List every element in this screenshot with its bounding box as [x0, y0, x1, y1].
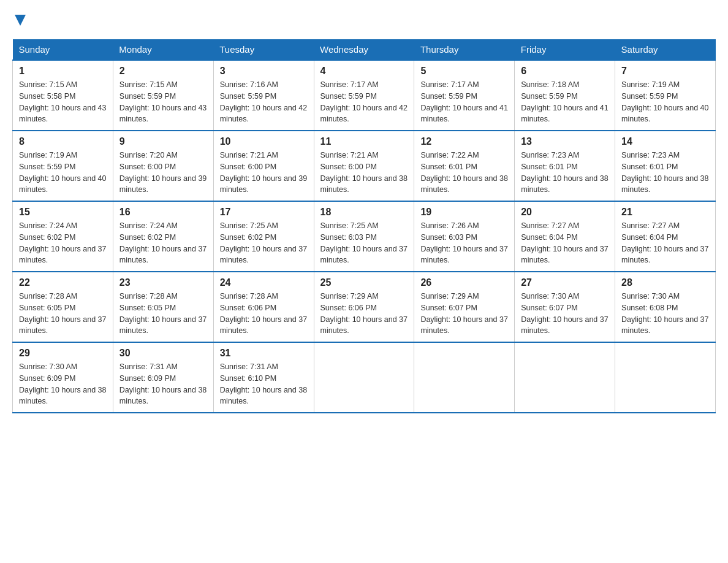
calendar-day-cell: 26Sunrise: 7:29 AMSunset: 6:07 PMDayligh…: [414, 272, 515, 342]
day-number: 5: [420, 66, 508, 77]
day-info: Sunrise: 7:21 AMSunset: 6:00 PMDaylight:…: [320, 150, 408, 196]
day-info: Sunrise: 7:19 AMSunset: 5:59 PMDaylight:…: [19, 150, 107, 196]
day-number: 1: [19, 66, 107, 77]
calendar-day-cell: 20Sunrise: 7:27 AMSunset: 6:04 PMDayligh…: [515, 201, 615, 272]
day-number: 28: [621, 277, 709, 288]
day-number: 4: [320, 66, 408, 77]
calendar-day-cell: 10Sunrise: 7:21 AMSunset: 6:00 PMDayligh…: [213, 131, 314, 201]
calendar-week-row: 15Sunrise: 7:24 AMSunset: 6:02 PMDayligh…: [13, 201, 716, 272]
day-info: Sunrise: 7:15 AMSunset: 5:58 PMDaylight:…: [19, 79, 107, 125]
day-info: Sunrise: 7:23 AMSunset: 6:01 PMDaylight:…: [521, 150, 609, 196]
page-header: [12, 12, 716, 27]
day-info: Sunrise: 7:20 AMSunset: 6:00 PMDaylight:…: [119, 150, 207, 196]
calendar-day-cell: 29Sunrise: 7:30 AMSunset: 6:09 PMDayligh…: [13, 342, 113, 413]
day-number: 31: [220, 348, 308, 359]
day-info: Sunrise: 7:25 AMSunset: 6:03 PMDaylight:…: [320, 220, 408, 266]
day-of-week-header: Thursday: [414, 39, 515, 60]
calendar-week-row: 8Sunrise: 7:19 AMSunset: 5:59 PMDaylight…: [13, 131, 716, 201]
day-number: 15: [19, 207, 107, 218]
day-of-week-header: Friday: [515, 39, 615, 60]
day-info: Sunrise: 7:28 AMSunset: 6:06 PMDaylight:…: [220, 291, 308, 337]
day-number: 27: [521, 277, 609, 288]
calendar-day-cell: 22Sunrise: 7:28 AMSunset: 6:05 PMDayligh…: [13, 272, 113, 342]
calendar-day-cell: 13Sunrise: 7:23 AMSunset: 6:01 PMDayligh…: [515, 131, 615, 201]
day-info: Sunrise: 7:16 AMSunset: 5:59 PMDaylight:…: [220, 79, 308, 125]
day-number: 18: [320, 207, 408, 218]
calendar-day-cell: 27Sunrise: 7:30 AMSunset: 6:07 PMDayligh…: [515, 272, 615, 342]
calendar-day-cell: 11Sunrise: 7:21 AMSunset: 6:00 PMDayligh…: [314, 131, 414, 201]
calendar-week-row: 1Sunrise: 7:15 AMSunset: 5:58 PMDaylight…: [13, 60, 716, 131]
day-info: Sunrise: 7:26 AMSunset: 6:03 PMDaylight:…: [420, 220, 508, 266]
calendar-day-cell: 9Sunrise: 7:20 AMSunset: 6:00 PMDaylight…: [113, 131, 213, 201]
day-number: 17: [220, 207, 308, 218]
calendar-table: SundayMondayTuesdayWednesdayThursdayFrid…: [12, 39, 716, 413]
calendar-day-cell: 21Sunrise: 7:27 AMSunset: 6:04 PMDayligh…: [615, 201, 716, 272]
day-info: Sunrise: 7:29 AMSunset: 6:07 PMDaylight:…: [420, 291, 508, 337]
calendar-day-cell: 16Sunrise: 7:24 AMSunset: 6:02 PMDayligh…: [113, 201, 213, 272]
calendar-day-cell: 15Sunrise: 7:24 AMSunset: 6:02 PMDayligh…: [13, 201, 113, 272]
day-number: 26: [420, 277, 508, 288]
calendar-day-cell: [314, 342, 414, 413]
svg-marker-0: [15, 15, 26, 26]
day-info: Sunrise: 7:18 AMSunset: 5:59 PMDaylight:…: [521, 79, 609, 125]
calendar-week-row: 29Sunrise: 7:30 AMSunset: 6:09 PMDayligh…: [13, 342, 716, 413]
calendar-day-cell: [414, 342, 515, 413]
day-number: 2: [119, 66, 207, 77]
calendar-day-cell: 24Sunrise: 7:28 AMSunset: 6:06 PMDayligh…: [213, 272, 314, 342]
day-of-week-header: Saturday: [615, 39, 716, 60]
calendar-day-cell: 4Sunrise: 7:17 AMSunset: 5:59 PMDaylight…: [314, 60, 414, 131]
day-info: Sunrise: 7:17 AMSunset: 5:59 PMDaylight:…: [420, 79, 508, 125]
calendar-day-cell: 23Sunrise: 7:28 AMSunset: 6:05 PMDayligh…: [113, 272, 213, 342]
calendar-header-row: SundayMondayTuesdayWednesdayThursdayFrid…: [13, 39, 716, 60]
calendar-day-cell: 14Sunrise: 7:23 AMSunset: 6:01 PMDayligh…: [615, 131, 716, 201]
day-info: Sunrise: 7:31 AMSunset: 6:10 PMDaylight:…: [220, 361, 308, 407]
day-number: 11: [320, 136, 408, 147]
day-of-week-header: Monday: [113, 39, 213, 60]
day-info: Sunrise: 7:27 AMSunset: 6:04 PMDaylight:…: [521, 220, 609, 266]
day-number: 14: [621, 136, 709, 147]
day-number: 24: [220, 277, 308, 288]
calendar-day-cell: 6Sunrise: 7:18 AMSunset: 5:59 PMDaylight…: [515, 60, 615, 131]
day-of-week-header: Tuesday: [213, 39, 314, 60]
calendar-day-cell: [615, 342, 716, 413]
calendar-day-cell: 17Sunrise: 7:25 AMSunset: 6:02 PMDayligh…: [213, 201, 314, 272]
calendar-day-cell: 28Sunrise: 7:30 AMSunset: 6:08 PMDayligh…: [615, 272, 716, 342]
calendar-day-cell: 7Sunrise: 7:19 AMSunset: 5:59 PMDaylight…: [615, 60, 716, 131]
day-info: Sunrise: 7:24 AMSunset: 6:02 PMDaylight:…: [119, 220, 207, 266]
calendar-day-cell: 12Sunrise: 7:22 AMSunset: 6:01 PMDayligh…: [414, 131, 515, 201]
day-number: 6: [521, 66, 609, 77]
calendar-day-cell: 1Sunrise: 7:15 AMSunset: 5:58 PMDaylight…: [13, 60, 113, 131]
day-number: 16: [119, 207, 207, 218]
day-info: Sunrise: 7:28 AMSunset: 6:05 PMDaylight:…: [119, 291, 207, 337]
day-number: 30: [119, 348, 207, 359]
day-info: Sunrise: 7:29 AMSunset: 6:06 PMDaylight:…: [320, 291, 408, 337]
calendar-day-cell: 30Sunrise: 7:31 AMSunset: 6:09 PMDayligh…: [113, 342, 213, 413]
day-number: 13: [521, 136, 609, 147]
calendar-week-row: 22Sunrise: 7:28 AMSunset: 6:05 PMDayligh…: [13, 272, 716, 342]
day-number: 29: [19, 348, 107, 359]
day-info: Sunrise: 7:30 AMSunset: 6:08 PMDaylight:…: [621, 291, 709, 337]
day-number: 22: [19, 277, 107, 288]
day-info: Sunrise: 7:24 AMSunset: 6:02 PMDaylight:…: [19, 220, 107, 266]
day-number: 19: [420, 207, 508, 218]
day-number: 10: [220, 136, 308, 147]
day-info: Sunrise: 7:31 AMSunset: 6:09 PMDaylight:…: [119, 361, 207, 407]
day-info: Sunrise: 7:21 AMSunset: 6:00 PMDaylight:…: [220, 150, 308, 196]
day-number: 25: [320, 277, 408, 288]
day-info: Sunrise: 7:17 AMSunset: 5:59 PMDaylight:…: [320, 79, 408, 125]
day-of-week-header: Sunday: [13, 39, 113, 60]
day-number: 7: [621, 66, 709, 77]
day-number: 21: [621, 207, 709, 218]
day-number: 9: [119, 136, 207, 147]
calendar-day-cell: 3Sunrise: 7:16 AMSunset: 5:59 PMDaylight…: [213, 60, 314, 131]
logo-triangle-icon: [13, 13, 27, 27]
calendar-day-cell: 19Sunrise: 7:26 AMSunset: 6:03 PMDayligh…: [414, 201, 515, 272]
calendar-day-cell: 2Sunrise: 7:15 AMSunset: 5:59 PMDaylight…: [113, 60, 213, 131]
day-info: Sunrise: 7:27 AMSunset: 6:04 PMDaylight:…: [621, 220, 709, 266]
calendar-day-cell: 31Sunrise: 7:31 AMSunset: 6:10 PMDayligh…: [213, 342, 314, 413]
day-number: 20: [521, 207, 609, 218]
day-info: Sunrise: 7:30 AMSunset: 6:09 PMDaylight:…: [19, 361, 107, 407]
calendar-day-cell: 5Sunrise: 7:17 AMSunset: 5:59 PMDaylight…: [414, 60, 515, 131]
day-info: Sunrise: 7:25 AMSunset: 6:02 PMDaylight:…: [220, 220, 308, 266]
calendar-day-cell: 25Sunrise: 7:29 AMSunset: 6:06 PMDayligh…: [314, 272, 414, 342]
